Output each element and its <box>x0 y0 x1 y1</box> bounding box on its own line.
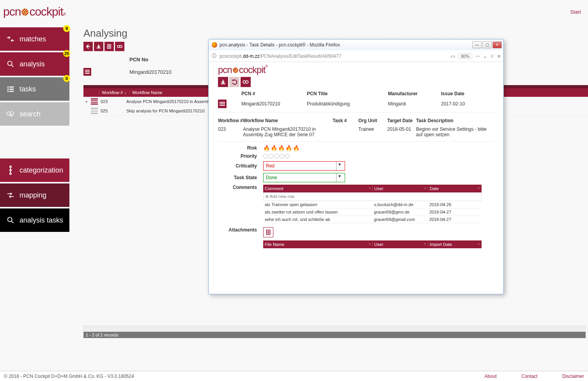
col-wf-num[interactable]: Workflow # <box>102 90 123 95</box>
filter-icon[interactable]: ▿ <box>478 242 480 246</box>
comment-row[interactable]: als zweiter rot setzen und offen lassen … <box>263 208 482 216</box>
firefox-icon <box>212 42 217 48</box>
minimize-button[interactable]: ― <box>472 41 482 48</box>
sidebar-label: categorization <box>19 166 63 174</box>
task-num <box>333 126 358 137</box>
about-link[interactable]: About <box>485 374 497 379</box>
col-wf-name: Workflow Name <box>243 118 333 123</box>
link-button[interactable] <box>115 42 124 51</box>
comment-row[interactable]: sehe ich auch rot. und schließe ab graue… <box>263 216 482 223</box>
comment-row[interactable]: als Trainnee open gelassen o.bucksch@dd-… <box>263 201 482 208</box>
col-user[interactable]: User <box>374 186 383 191</box>
row-menu-icon[interactable] <box>91 108 98 114</box>
sidebar-item-matches[interactable]: matches 9 <box>0 27 69 51</box>
pocket-icon[interactable]: ⌄ <box>483 53 487 59</box>
row-menu-icon[interactable] <box>83 68 91 76</box>
filter-icon[interactable]: ▿ <box>424 186 426 190</box>
risk-flames-icon[interactable]: 🔥🔥🔥🔥🔥 <box>263 145 300 151</box>
sidebar-label: tasks <box>19 85 36 93</box>
records-count: 1 - 2 of 2 records <box>83 332 586 338</box>
sidebar-label: matches <box>19 35 46 43</box>
window-titlebar[interactable]: pcn.analysis - Task Details - pcn.cockpi… <box>209 39 503 50</box>
svg-rect-3 <box>7 89 9 90</box>
window-title: pcn.analysis - Task Details - pcn.cockpi… <box>220 42 340 48</box>
svg-point-7 <box>7 112 11 115</box>
col-manufacturer: Manufacturer <box>388 91 441 96</box>
address-bar[interactable]: ⓘ pcncockpit.dd-m.zz/PCNAnalysis/EditTas… <box>209 50 503 62</box>
col-file[interactable]: File Name <box>265 242 284 247</box>
more-icon[interactable]: ⋯ <box>475 53 480 59</box>
page-title: Analysing <box>83 27 588 39</box>
horizontal-scrollbar[interactable] <box>83 326 586 332</box>
sidebar-label: analysis <box>19 60 45 68</box>
sidebar-item-tasks[interactable]: tasks 0 <box>0 77 69 101</box>
contact-link[interactable]: Contact <box>521 374 537 379</box>
col-issue-date: Issue Date <box>441 91 464 96</box>
search-icon <box>5 110 16 118</box>
svg-rect-5 <box>7 91 9 92</box>
comment-user: grauer69@gmail.com <box>372 217 428 222</box>
priority-circles-icon[interactable] <box>263 154 290 158</box>
sort-icon[interactable]: ↓ <box>124 90 126 95</box>
col-user[interactable]: User <box>374 242 383 247</box>
add-attachment-button[interactable] <box>263 227 273 237</box>
col-org-unit: Org Unit <box>358 118 387 123</box>
start-link[interactable]: Start <box>570 9 581 15</box>
logo-text-1: pcn <box>3 5 21 18</box>
disclaimer-link[interactable]: Disclaimer <box>562 374 584 379</box>
logo-text-2: cockpit <box>29 5 63 18</box>
task-details-window: pcn.analysis - Task Details - pcn.cockpi… <box>208 39 504 294</box>
priority-label: Priority <box>218 153 263 159</box>
task-desc: Beginn vor Service Settings - bitte auf … <box>416 126 494 137</box>
svg-rect-6 <box>9 91 14 92</box>
filter-icon[interactable]: ▿ <box>369 186 371 190</box>
filter-icon[interactable]: ▿ <box>369 242 371 246</box>
close-button[interactable]: ✕ <box>492 41 502 48</box>
criticality-select[interactable]: Red▾ <box>263 161 345 171</box>
star-icon[interactable]: ☆ <box>490 53 494 59</box>
comment-user: grauer69@gmx.de <box>372 210 428 214</box>
zoom-level[interactable]: 80% <box>458 53 472 59</box>
svg-point-14 <box>117 45 120 48</box>
sidebar-item-analysis-tasks[interactable]: analysis tasks <box>0 208 69 232</box>
pcn-info-row: Mingardi20170210 Produktabkündigung Ming… <box>218 100 494 112</box>
col-task-num: Task # <box>333 118 358 123</box>
svg-rect-1 <box>7 87 9 88</box>
sidebar-item-categorization[interactable]: categorization <box>0 158 69 182</box>
link-button[interactable] <box>241 77 251 87</box>
filter-icon[interactable]: ▿ <box>478 186 480 190</box>
undo-button[interactable] <box>229 77 239 87</box>
tasks-icon <box>5 85 16 93</box>
save-button[interactable] <box>218 77 228 87</box>
add-row-button[interactable]: ⊕ Add new row <box>263 192 482 201</box>
save-button[interactable] <box>94 42 103 51</box>
popup-logo: pcncockpit® <box>218 64 494 75</box>
document-button[interactable] <box>104 42 114 51</box>
sidebar: matches 9 analysis 25 tasks 0 search cat… <box>0 22 69 338</box>
risk-label: Risk <box>218 145 263 151</box>
sidebar-label: analysis tasks <box>19 216 63 224</box>
sidebar-item-mapping[interactable]: mapping <box>0 183 69 207</box>
expand-icon[interactable]: + <box>83 99 90 104</box>
col-date[interactable]: Date <box>430 186 439 191</box>
logo-ball-icon <box>21 9 28 16</box>
col-comment[interactable]: Comment <box>265 186 283 191</box>
sidebar-item-analysis[interactable]: analysis 25 <box>0 52 69 76</box>
col-import-date[interactable]: Import Date <box>430 242 452 247</box>
row-menu-icon[interactable] <box>218 100 227 108</box>
pcn-num: Mingardi20170210 <box>241 101 307 107</box>
taskstate-select[interactable]: Done▾ <box>263 173 345 182</box>
pcn-info-header: PCN # PCN Title Manufacturer Issue Date <box>218 91 494 96</box>
attachments-header: File Name▿ User▿ Import Date▿ <box>263 240 482 248</box>
comments-label: Comments <box>218 185 263 190</box>
sidebar-item-search[interactable]: search <box>0 102 69 126</box>
maximize-button[interactable]: ▢ <box>482 41 492 48</box>
back-button[interactable] <box>83 42 93 51</box>
filter-icon[interactable]: ▿ <box>424 242 426 246</box>
comment-user: o.bucksch@dd-m.de <box>372 202 428 207</box>
info-icon[interactable]: ⓘ <box>212 53 216 59</box>
row-menu-icon[interactable] <box>91 98 98 105</box>
issue-date: 2017-02-10 <box>441 101 465 107</box>
menu-icon[interactable]: ≡ <box>498 53 500 59</box>
reader-icon[interactable]: ▭ <box>451 53 455 59</box>
